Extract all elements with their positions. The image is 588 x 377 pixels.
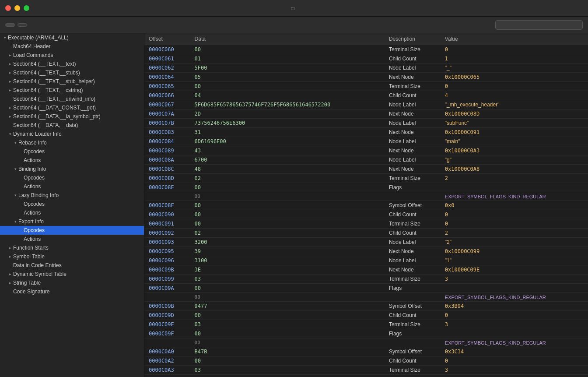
minimize-button[interactable] (14, 5, 20, 11)
cell-offset: 0000C08D (144, 174, 190, 183)
sidebar-item-lazy-opcodes[interactable]: Opcodes (0, 200, 144, 208)
cell-empty2 (385, 293, 441, 302)
table-row: 0000C095 39 Next Node 0x10000C099 (144, 247, 588, 256)
sidebar-item-executable[interactable]: ▾ Executable (ARM64_ALL) (0, 33, 144, 42)
sidebar-item-section64-data-data[interactable]: Section64 (__DATA,__data) (0, 121, 144, 130)
sidebar-item-export-actions[interactable]: Actions (0, 235, 144, 243)
cell-value: 0 (441, 210, 588, 219)
sidebar-item-rebase-opcodes[interactable]: Opcodes (0, 147, 144, 156)
cell-value: "1" (441, 256, 588, 265)
sidebar-item-rebase-info[interactable]: ▾ Rebase Info (0, 138, 144, 147)
table-row-flag: 00 EXPORT_SYMBOL_FLAGS_KIND_REGULAR (144, 338, 588, 347)
col-header-value: Value (441, 33, 588, 45)
cell-offset: 0000C08E (144, 183, 190, 192)
cell-flag-code: 00 (190, 293, 385, 302)
sidebar-item-export-info[interactable]: ▾ Export Info (0, 217, 144, 226)
sidebar-item-string-table[interactable]: ▸ String Table (0, 278, 144, 287)
sidebar-item-section64-text-cstring[interactable]: ▸ Section64 (__TEXT,__cstring) (0, 86, 144, 95)
sidebar-item-section64-data-la-symbol-ptr[interactable]: ▸ Section64 (__DATA,__la_symbol_ptr) (0, 112, 144, 121)
cell-value: 2 (441, 174, 588, 183)
raw-button[interactable] (5, 23, 15, 27)
sidebar-item-label: Mach64 Header (13, 43, 140, 49)
cell-data: 6D61696E00 (190, 137, 385, 146)
cell-desc: Terminal Size (385, 45, 441, 54)
table-row: 0000C099 03 Terminal Size 3 (144, 275, 588, 284)
cell-value: 0 (441, 82, 588, 91)
cell-desc: Flags (385, 375, 441, 377)
cell-value: "2" (441, 238, 588, 247)
content-area[interactable]: Offset Data Description Value 0000C060 0… (144, 33, 588, 377)
cell-desc: Next Node (385, 146, 441, 155)
sidebar-item-binding-opcodes[interactable]: Opcodes (0, 173, 144, 182)
sidebar-item-label: Section64 (__TEXT,__stub_helper) (13, 78, 140, 85)
cell-desc: Child Count (385, 311, 441, 320)
sidebar-item-label: Rebase Info (18, 140, 140, 146)
cell-value: 0x3B94 (441, 302, 588, 311)
sidebar-item-data-in-code[interactable]: Data in Code Entries (0, 261, 144, 270)
sidebar-item-label: Symbol Table (13, 254, 140, 260)
table-row-flag: 00 EXPORT_SYMBOL_FLAGS_KIND_REGULAR (144, 192, 588, 201)
sidebar-item-code-signature[interactable]: Code Signature (0, 287, 144, 296)
cell-data: 3200 (190, 238, 385, 247)
table-row: 0000C09D 00 Child Count 0 (144, 311, 588, 320)
sidebar-item-binding-actions[interactable]: Actions (0, 182, 144, 191)
sidebar-item-section64-text-stubs[interactable]: ▸ Section64 (__TEXT,__stubs) (0, 68, 144, 77)
cell-desc: Next Node (385, 128, 441, 137)
cell-offset: 0000C065 (144, 82, 190, 91)
cell-flag-val: EXPORT_SYMBOL_FLAGS_KIND_REGULAR (441, 192, 588, 201)
sidebar-item-section64-text-stub-helper[interactable]: ▸ Section64 (__TEXT,__stub_helper) (0, 77, 144, 86)
cell-value: "g" (441, 155, 588, 165)
cell-desc: Terminal Size (385, 219, 441, 229)
cell-desc: Symbol Offset (385, 302, 441, 311)
sidebar-item-dynamic-symbol-table[interactable]: ▸ Dynamic Symbol Table (0, 270, 144, 278)
maximize-button[interactable] (24, 5, 29, 11)
sidebar-item-load-commands[interactable]: ▸ Load Commands (0, 51, 144, 60)
cell-desc: Child Count (385, 91, 441, 100)
window-icon: □ (291, 5, 294, 11)
cell-offset: 0000C084 (144, 137, 190, 146)
table-row: 0000C067 5F6D685F6578656375746F726F5F686… (144, 100, 588, 109)
table-row: 0000C089 43 Next Node 0x10000C0A3 (144, 146, 588, 155)
close-button[interactable] (5, 5, 11, 11)
tree-arrow: ▸ (7, 114, 13, 119)
tree-arrow: ▸ (7, 254, 13, 259)
sidebar-item-mach64-header[interactable]: Mach64 Header (0, 42, 144, 51)
sidebar-item-function-starts[interactable]: ▸ Function Starts (0, 243, 144, 252)
sidebar-item-rebase-actions[interactable]: Actions (0, 156, 144, 165)
window-controls (5, 5, 29, 11)
tree-arrow: ▸ (7, 79, 13, 84)
sidebar-item-section64-data-got[interactable]: ▸ Section64 (__DATA_CONST,__got) (0, 103, 144, 112)
sidebar-item-section64-text-text[interactable]: ▸ Section64 (__TEXT,__text) (0, 60, 144, 68)
cell-value: "_mh_execute_header" (441, 100, 588, 109)
cell-offset: 0000C07B (144, 119, 190, 128)
sidebar-item-export-opcodes[interactable]: Opcodes (0, 226, 144, 235)
cell-data: 73756246756E6300 (190, 119, 385, 128)
cell-flag-code: 00 (190, 192, 385, 201)
sidebar-item-symbol-table[interactable]: ▸ Symbol Table (0, 252, 144, 261)
cell-data: 39 (190, 247, 385, 256)
cell-desc: Next Node (385, 247, 441, 256)
cell-value: 0 (441, 219, 588, 229)
cell-data: 02 (190, 174, 385, 183)
cell-data: 3100 (190, 256, 385, 265)
rva-button[interactable] (18, 23, 27, 27)
cell-offset: 0000C089 (144, 146, 190, 155)
sidebar-item-label: Section64 (__DATA,__data) (13, 122, 140, 128)
table-row: 0000C093 3200 Node Label "2" (144, 238, 588, 247)
search-container: 🔍 (495, 20, 583, 30)
sidebar-item-dynamic-loader-info[interactable]: ▾ Dynamic Loader Info (0, 130, 144, 138)
table-row: 0000C084 6D61696E00 Node Label "main" (144, 137, 588, 146)
sidebar-item-section64-text-unwind-info[interactable]: Section64 (__TEXT,__unwind_info) (0, 95, 144, 103)
toolbar: 🔍 (0, 17, 588, 33)
table-row: 0000C083 31 Next Node 0x10000C091 (144, 128, 588, 137)
sidebar-item-label: Section64 (__DATA_CONST,__got) (13, 105, 140, 111)
cell-value: 0x10000C099 (441, 247, 588, 256)
sidebar-item-binding-info[interactable]: ▾ Binding Info (0, 165, 144, 173)
sidebar-item-lazy-binding-info[interactable]: ▾ Lazy Binding Info (0, 191, 144, 200)
cell-value: 0x10000C09E (441, 265, 588, 275)
cell-data: B47B (190, 347, 385, 356)
search-input[interactable] (495, 20, 583, 30)
cell-desc: Terminal Size (385, 82, 441, 91)
sidebar-item-label: Section64 (__TEXT,__stubs) (13, 70, 140, 76)
sidebar-item-lazy-actions[interactable]: Actions (0, 208, 144, 217)
